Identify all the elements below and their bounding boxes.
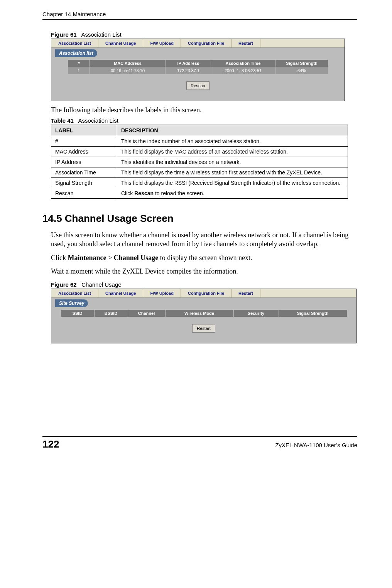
label-cell: Signal Strength (51, 177, 117, 188)
desc-prefix: Click (121, 190, 134, 196)
table-row: Rescan Click Rescan to reload the screen… (51, 188, 348, 198)
desc-cell-composite: Click Rescan to reload the screen. (117, 188, 348, 198)
site-survey-table: SSID BSSID Channel Wireless Mode Securit… (61, 309, 347, 317)
label-cell: # (51, 136, 117, 146)
p2-prefix: Click (51, 254, 68, 262)
section-body: Use this screen to know whether a channe… (51, 231, 357, 276)
p2-suffix: to display the screen shown next. (158, 254, 252, 262)
section-heading: 14.5 Channel Usage Screen (42, 213, 357, 225)
cell-assoc-time: 2000- 1- 3 06:23:51 (211, 67, 275, 74)
label-cell: Rescan (51, 188, 117, 198)
table-row: MAC Address This field displays the MAC … (51, 146, 348, 157)
table-row: 1 00:19:cb:41:78:10 172.23.37.1 2000- 1-… (68, 67, 328, 74)
col-ip: IP Address (166, 60, 211, 67)
tab-configuration-file[interactable]: Configuration File (181, 289, 231, 297)
col-description: DESCRIPTION (117, 125, 348, 136)
tab-restart[interactable]: Restart (231, 39, 260, 47)
tab-restart[interactable]: Restart (231, 289, 260, 297)
col-signal-strength: Signal Strength (279, 310, 347, 317)
section-p2: Click Maintenance > Channel Usage to dis… (51, 253, 357, 262)
desc-cell: This field displays the MAC address of a… (117, 146, 348, 157)
col-security: Security (233, 310, 279, 317)
restart-button[interactable]: Restart (192, 324, 215, 333)
cell-index: 1 (68, 67, 90, 74)
intro-line: The following table describes the labels… (51, 106, 357, 115)
table-row: Association Time This field displays the… (51, 167, 348, 177)
page-number: 122 (42, 437, 59, 450)
page-footer: 122 ZyXEL NWA-1100 User’s Guide (42, 436, 357, 450)
table-row: Signal Strength This field displays the … (51, 177, 348, 188)
table-header-row: LABEL DESCRIPTION (51, 125, 348, 136)
col-bssid: BSSID (94, 310, 128, 317)
label-cell: MAC Address (51, 146, 117, 157)
col-assoc-time: Association Time (211, 60, 275, 67)
tab-association-list[interactable]: Association List (51, 289, 98, 297)
cell-mac: 00:19:cb:41:78:10 (90, 67, 166, 74)
guide-title: ZyXEL NWA-1100 User’s Guide (275, 439, 357, 448)
table-41-caption-bold: Table 41 (51, 117, 74, 124)
figure-61-caption-text: Association List (81, 31, 121, 38)
fig62-tabbar: Association List Channel Usage F/W Uploa… (51, 289, 356, 298)
table-row: IP Address This identifies the individua… (51, 157, 348, 167)
label-cell: Association Time (51, 167, 117, 177)
p2-bold-2: Channel Usage (114, 254, 159, 262)
figure-61-screenshot: Association List Channel Usage F/W Uploa… (51, 39, 345, 101)
table-header-row: SSID BSSID Channel Wireless Mode Securit… (61, 310, 347, 317)
tab-fw-upload[interactable]: F/W Upload (143, 39, 181, 47)
fig62-section-title: Site Survey (55, 299, 88, 307)
table-header-row: # MAC Address IP Address Association Tim… (68, 60, 328, 67)
figure-62-caption-bold: Figure 62 (51, 281, 77, 288)
col-index: # (68, 60, 90, 67)
cell-signal: 64% (275, 67, 328, 74)
section-p1: Use this screen to know whether a channe… (51, 231, 357, 249)
figure-61-caption-bold: Figure 61 (51, 31, 77, 38)
fig61-tabbar: Association List Channel Usage F/W Uploa… (51, 39, 345, 48)
col-channel: Channel (128, 310, 165, 317)
chapter-title: Chapter 14 Maintenance (42, 11, 231, 17)
tab-channel-usage[interactable]: Channel Usage (98, 39, 143, 47)
desc-cell: This field displays the time a wireless … (117, 167, 348, 177)
table-row: # This is the index number of an associa… (51, 136, 348, 146)
col-ssid: SSID (61, 310, 94, 317)
col-mac: MAC Address (90, 60, 166, 67)
col-signal: Signal Strength (275, 60, 328, 67)
table-41-caption: Table 41 Association List (51, 117, 357, 124)
association-list-table: # MAC Address IP Address Association Tim… (68, 59, 328, 74)
figure-62-caption: Figure 62 Channel Usage (51, 281, 357, 288)
figure-61-caption: Figure 61 Association List (51, 31, 357, 38)
tab-fw-upload[interactable]: F/W Upload (143, 289, 181, 297)
cell-ip: 172.23.37.1 (166, 67, 211, 74)
tab-configuration-file[interactable]: Configuration File (181, 39, 231, 47)
desc-cell: This is the index number of an associate… (117, 136, 348, 146)
rescan-button[interactable]: Rescan (186, 81, 210, 90)
col-label: LABEL (51, 125, 117, 136)
col-wireless-mode: Wireless Mode (165, 310, 233, 317)
label-cell: IP Address (51, 157, 117, 167)
fig61-section-title: Association list (55, 49, 97, 57)
table-41: LABEL DESCRIPTION # This is the index nu… (51, 125, 348, 199)
page-header: Chapter 14 Maintenance (42, 11, 357, 20)
desc-cell: This identifies the individual devices o… (117, 157, 348, 167)
figure-62-screenshot: Association List Channel Usage F/W Uploa… (51, 289, 357, 343)
tab-association-list[interactable]: Association List (51, 39, 98, 47)
figure-62-caption-text: Channel Usage (81, 281, 121, 288)
desc-bold: Rescan (134, 190, 154, 196)
desc-cell: This field displays the RSSI (Received S… (117, 177, 348, 188)
p2-mid: > (106, 254, 113, 262)
section-p3: Wait a moment while the ZyXEL Device com… (51, 267, 357, 276)
desc-suffix: to reload the screen. (154, 190, 204, 196)
tab-channel-usage[interactable]: Channel Usage (98, 289, 143, 297)
table-41-caption-text: Association List (78, 117, 118, 124)
p2-bold-1: Maintenance (68, 254, 106, 262)
